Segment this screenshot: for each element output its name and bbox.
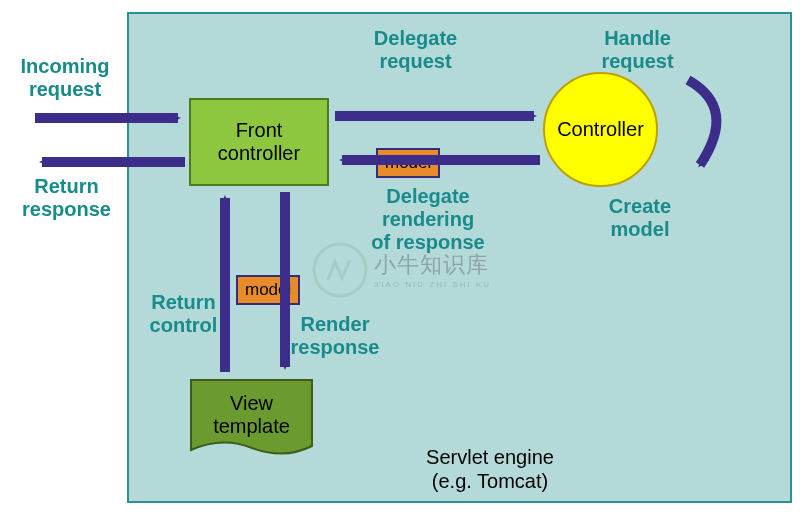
label-handle-request: Handlerequest: [585, 27, 690, 73]
front-controller-node: Frontcontroller: [189, 98, 329, 186]
watermark-title: 小牛知识库: [374, 250, 510, 280]
view-template-node: Viewtemplate: [189, 378, 314, 463]
label-render-response: Renderresponse: [275, 313, 395, 359]
label-delegate-request: Delegaterequest: [358, 27, 473, 73]
watermark-subtitle: XIAO NIU ZHI SHI KU: [374, 280, 510, 289]
label-return-response: Returnresponse: [10, 175, 123, 221]
front-controller-text: Frontcontroller: [218, 119, 300, 165]
controller-text: Controller: [557, 118, 644, 141]
model-tag-2: model: [236, 275, 300, 305]
servlet-engine-caption: Servlet engine(e.g. Tomcat): [360, 445, 620, 493]
model-tag-1: model: [376, 148, 440, 178]
label-incoming-request: Incomingrequest: [5, 55, 125, 101]
label-create-model: Createmodel: [590, 195, 690, 241]
view-template-text: Viewtemplate: [189, 392, 314, 438]
watermark: 小牛知识库 XIAO NIU ZHI SHI KU: [310, 240, 510, 300]
label-return-control: Returncontrol: [136, 291, 231, 337]
controller-node: Controller: [543, 72, 658, 187]
